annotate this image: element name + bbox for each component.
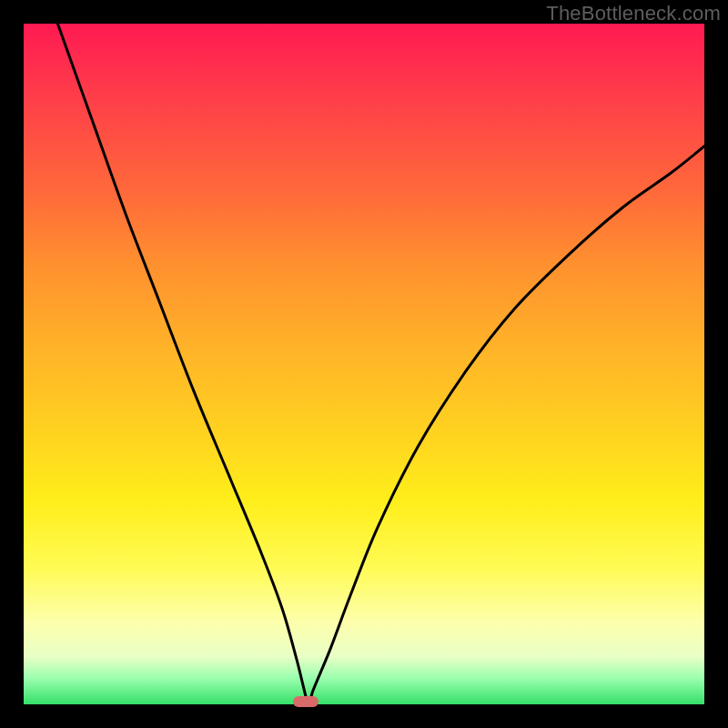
- chart-frame: [24, 24, 704, 704]
- chart-curve-svg: [24, 24, 704, 704]
- curve-path: [57, 24, 704, 704]
- min-marker: [293, 696, 318, 707]
- brand-label: TheBottleneck.com: [546, 2, 721, 25]
